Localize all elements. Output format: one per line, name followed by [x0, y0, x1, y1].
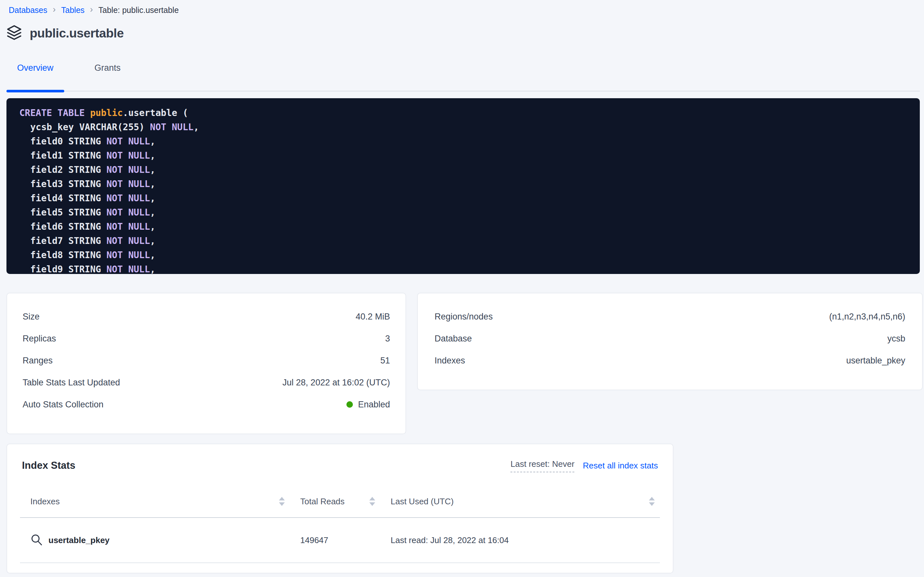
page-title: public.usertable: [30, 26, 124, 40]
stat-row-database: Database ycsb: [435, 327, 905, 350]
total-reads-cell: 149647: [290, 535, 380, 545]
index-stats-card: Index Stats Last reset: Never Reset all …: [6, 443, 673, 574]
table-location-card: Regions/nodes (n1,n2,n3,n4,n5,n6) Databa…: [417, 293, 923, 390]
column-header-total-reads[interactable]: Total Reads: [290, 496, 380, 506]
stat-row-auto-stats: Auto Stats Collection Enabled: [22, 393, 390, 416]
index-stats-actions: Last reset: Never Reset all index stats: [510, 459, 658, 472]
column-label: Total Reads: [300, 496, 344, 506]
last-reset-label: Last reset: Never: [510, 459, 574, 472]
stat-value: ycsb: [887, 334, 905, 344]
column-header-last-used[interactable]: Last Used (UTC): [380, 496, 660, 506]
stat-value: usertable_pkey: [846, 356, 905, 366]
last-used-cell: Last read: Jul 28, 2022 at 16:04: [380, 535, 660, 545]
stat-value: Enabled: [346, 400, 390, 409]
index-table-header-row: Indexes Total Reads Last Used (UTC): [20, 485, 660, 518]
page-header: public.usertable: [6, 24, 924, 42]
sort-arrows-icon: [648, 496, 656, 506]
tab-grants[interactable]: Grants: [84, 62, 132, 91]
total-reads-value: 149647: [300, 535, 328, 545]
stat-cards: Size 40.2 MiB Replicas 3 Ranges 51 Table…: [6, 293, 924, 434]
status-text: Enabled: [358, 400, 390, 409]
stat-label: Ranges: [22, 356, 53, 366]
magnifier-icon: [31, 534, 43, 546]
breadcrumb-databases-link[interactable]: Databases: [9, 5, 47, 15]
stat-label: Indexes: [435, 356, 465, 366]
sort-arrows-icon: [369, 496, 376, 506]
breadcrumb: Databases › Tables › Table: public.usert…: [0, 0, 924, 15]
stat-row-size: Size 40.2 MiB: [22, 306, 390, 327]
index-name-cell: usertable_pkey: [20, 534, 290, 546]
stat-label: Database: [435, 334, 472, 344]
index-stats-header: Index Stats Last reset: Never Reset all …: [20, 457, 660, 474]
column-label: Indexes: [31, 496, 60, 506]
index-table-row[interactable]: usertable_pkey 149647 Last read: Jul 28,…: [20, 518, 660, 563]
column-header-indexes[interactable]: Indexes: [20, 496, 290, 506]
chevron-right-icon: ›: [90, 5, 93, 15]
tab-overview[interactable]: Overview: [6, 62, 64, 91]
reset-all-index-stats-link[interactable]: Reset all index stats: [583, 461, 658, 471]
stat-row-indexes: Indexes usertable_pkey: [435, 350, 905, 372]
stat-value: 3: [385, 334, 390, 344]
index-stats-title: Index Stats: [22, 460, 75, 471]
stat-row-regions: Regions/nodes (n1,n2,n3,n4,n5,n6): [435, 306, 905, 327]
column-label: Last Used (UTC): [390, 496, 453, 506]
table-details-page: Databases › Tables › Table: public.usert…: [0, 0, 924, 577]
tabbar: Overview Grants: [6, 62, 920, 92]
table-stats-card: Size 40.2 MiB Replicas 3 Ranges 51 Table…: [6, 293, 406, 434]
status-enabled-dot-icon: [346, 401, 353, 408]
create-table-sql: CREATE TABLE public.usertable ( ycsb_key…: [6, 98, 920, 274]
stat-row-ranges: Ranges 51: [22, 350, 390, 372]
stat-row-replicas: Replicas 3: [22, 327, 390, 350]
stat-value: (n1,n2,n3,n4,n5,n6): [829, 312, 905, 322]
stat-value: Jul 28, 2022 at 16:02 (UTC): [283, 378, 390, 388]
stat-label: Replicas: [22, 334, 56, 344]
stat-label: Table Stats Last Updated: [22, 378, 120, 388]
stat-label: Size: [22, 312, 40, 322]
chevron-right-icon: ›: [53, 5, 56, 15]
stat-value: 51: [380, 356, 390, 366]
stat-row-stats-updated: Table Stats Last Updated Jul 28, 2022 at…: [22, 372, 390, 393]
index-name-link[interactable]: usertable_pkey: [48, 535, 109, 545]
sort-arrows-icon: [278, 496, 285, 506]
index-stats-table: Indexes Total Reads Last Used (UTC): [20, 485, 660, 563]
stat-value: 40.2 MiB: [355, 312, 390, 322]
breadcrumb-current: Table: public.usertable: [98, 5, 179, 15]
last-used-value: Last read: Jul 28, 2022 at 16:04: [390, 535, 509, 545]
stat-label: Auto Stats Collection: [22, 400, 104, 409]
breadcrumb-tables-link[interactable]: Tables: [61, 5, 85, 15]
stat-label: Regions/nodes: [435, 312, 493, 322]
layers-stack-icon: [6, 24, 22, 42]
